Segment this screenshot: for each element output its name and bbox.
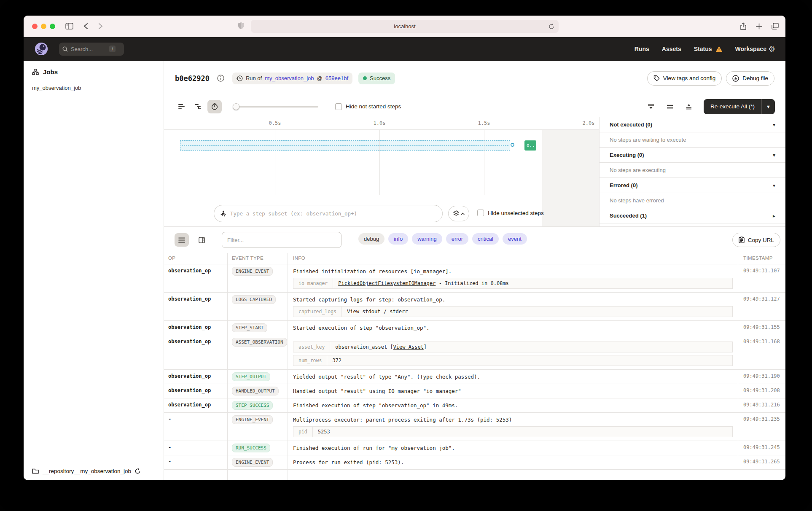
reload-repository-icon[interactable]: [135, 468, 140, 474]
log-timestamp[interactable]: 09:49:31.245: [738, 441, 785, 455]
layers-selector-button[interactable]: [448, 206, 469, 221]
log-level-chip-critical[interactable]: critical: [472, 233, 499, 245]
nav-item-runs[interactable]: Runs: [635, 46, 649, 52]
reexecute-all-button[interactable]: Re-execute All (*): [704, 99, 761, 114]
log-row: observation_op STEP_SUCCESS Finished exe…: [164, 398, 785, 413]
step-status-panel: Not executed (0) ▾ No steps are waiting …: [599, 117, 785, 226]
log-level-chip-debug[interactable]: debug: [358, 233, 384, 245]
view-flat-icon[interactable]: [175, 100, 189, 113]
run-of-label: Run of: [246, 75, 262, 81]
event-type-badge: HANDLED_OUTPUT: [232, 387, 279, 395]
info-icon[interactable]: [215, 73, 226, 84]
log-timestamp[interactable]: 09:49:31.235: [738, 413, 785, 441]
metadata-link[interactable]: PickledObjectFilesystemIOManager: [338, 280, 436, 286]
forward-icon[interactable]: [98, 23, 103, 30]
back-icon[interactable]: [83, 23, 88, 30]
repository-name: __repository__my_observation_job: [43, 468, 131, 474]
search-input[interactable]: [71, 46, 106, 52]
view-waterfall-icon[interactable]: [191, 100, 205, 113]
copy-url-button[interactable]: Copy URL: [732, 233, 780, 247]
log-op: observation_op: [164, 398, 228, 412]
jobs-sidebar: Jobs my_observation_job __repository__my…: [24, 61, 164, 480]
log-level-chip-error[interactable]: error: [446, 233, 468, 245]
panel-section-header[interactable]: Executing (0) ▾: [600, 148, 785, 163]
log-timestamp[interactable]: 09:49:31.190: [738, 370, 785, 384]
gear-icon[interactable]: ⚙: [768, 45, 775, 53]
step-subset-field[interactable]: [214, 205, 443, 222]
view-timed-icon[interactable]: [207, 100, 222, 113]
metadata-value: observation_asset [View Asset]: [330, 342, 432, 352]
panel-section-header[interactable]: Errored (0) ▾: [600, 178, 785, 193]
log-level-chip-event[interactable]: event: [503, 233, 527, 245]
address-bar[interactable]: localhost: [251, 20, 559, 33]
sidebar-job-item[interactable]: my_observation_job: [32, 85, 155, 91]
log-op: observation_op: [164, 321, 228, 335]
log-structured-view-icon[interactable]: [194, 233, 209, 247]
log-timestamp[interactable]: 09:49:31.155: [738, 321, 785, 335]
gantt-step-marker[interactable]: [511, 143, 514, 147]
global-search[interactable]: /: [59, 43, 124, 56]
job-name-link[interactable]: my_observation_job: [265, 75, 314, 81]
gantt-step-box[interactable]: o...: [524, 140, 536, 151]
code-version-link[interactable]: 659ee1bf: [325, 75, 348, 81]
close-window-button[interactable]: [32, 24, 38, 29]
column-header: TIMESTAMP: [738, 253, 785, 264]
repository-row[interactable]: __repository__my_observation_job: [24, 462, 164, 480]
log-row: observation_op ENGINE_EVENT Finished ini…: [164, 264, 785, 293]
panel-section-header[interactable]: Succeeded (1) ▸: [600, 208, 785, 223]
reload-icon[interactable]: [549, 24, 554, 30]
log-timestamp[interactable]: 09:49:31.216: [738, 398, 785, 412]
share-icon[interactable]: [740, 22, 747, 30]
log-level-chip-info[interactable]: info: [388, 233, 408, 245]
hide-not-started-checkbox[interactable]: Hide not started steps: [335, 103, 401, 110]
minimize-window-button[interactable]: [41, 24, 46, 29]
metadata-label: captured_logs: [293, 307, 342, 317]
log-filter-input[interactable]: [222, 232, 341, 248]
new-tab-icon[interactable]: [756, 23, 762, 30]
event-type-badge: STEP_START: [232, 323, 267, 332]
dagster-logo-icon[interactable]: [35, 42, 48, 56]
privacy-shield-icon[interactable]: [238, 22, 244, 30]
log-level-chip-warning[interactable]: warning: [412, 233, 442, 245]
warning-icon: [715, 46, 723, 52]
log-timestamp[interactable]: 09:49:31.208: [738, 384, 785, 398]
log-timestamp[interactable]: 09:49:31.168: [738, 335, 785, 369]
log-row: observation_op LOGS_CAPTURED Started cap…: [164, 293, 785, 321]
gantt-tick-label: 0.5s: [269, 120, 281, 126]
step-subset-input[interactable]: [230, 210, 436, 217]
log-row: observation_op STEP_OUTPUT Yielded outpu…: [164, 370, 785, 384]
zoom-window-button[interactable]: [50, 24, 55, 29]
expand-panel-up-icon[interactable]: [682, 100, 696, 113]
nav-item-status[interactable]: Status: [694, 46, 723, 52]
log-info: Finished execution of step "observation_…: [288, 398, 738, 412]
log-op: observation_op: [164, 293, 228, 320]
metadata-value: View stdout / stderr: [342, 307, 413, 317]
metadata-link[interactable]: View Asset: [393, 344, 424, 350]
log-timestamp[interactable]: 09:49:31.265: [738, 455, 785, 469]
zoom-slider[interactable]: [233, 103, 318, 110]
op-selector-icon: [220, 210, 226, 217]
section-caret-icon: ▾: [773, 183, 775, 188]
reexecute-dropdown-caret[interactable]: ▼: [761, 99, 775, 114]
history-icon: [237, 75, 243, 81]
panel-section-header[interactable]: Not executed (0) ▾: [600, 117, 785, 132]
collapse-panel-down-icon[interactable]: [644, 100, 658, 113]
split-panel-icon[interactable]: [663, 100, 677, 113]
view-tags-config-button[interactable]: View tags and config: [647, 71, 722, 86]
log-info: Yielded output "result" of type "Any". (…: [288, 370, 738, 384]
nav-item-workspace[interactable]: Workspace: [735, 46, 766, 52]
debug-file-button[interactable]: Debug file: [726, 71, 774, 86]
hide-unselected-checkbox[interactable]: Hide unselected steps: [477, 210, 544, 216]
window-controls: [32, 24, 55, 29]
reexecute-split-button: Re-execute All (*) ▼: [704, 99, 775, 114]
tab-overview-icon[interactable]: [772, 23, 779, 30]
log-timestamp[interactable]: 09:49:31.127: [738, 293, 785, 320]
log-list-view-icon[interactable]: [175, 233, 189, 247]
gantt-run-span-bar[interactable]: [180, 140, 510, 151]
status-badge: Success: [358, 73, 395, 84]
sidebar-toggle-icon[interactable]: [65, 23, 73, 30]
zoom-slider-thumb[interactable]: [233, 103, 239, 110]
event-type-badge: STEP_SUCCESS: [232, 401, 273, 410]
log-timestamp[interactable]: 09:49:31.107: [738, 264, 785, 292]
nav-item-assets[interactable]: Assets: [662, 46, 681, 52]
